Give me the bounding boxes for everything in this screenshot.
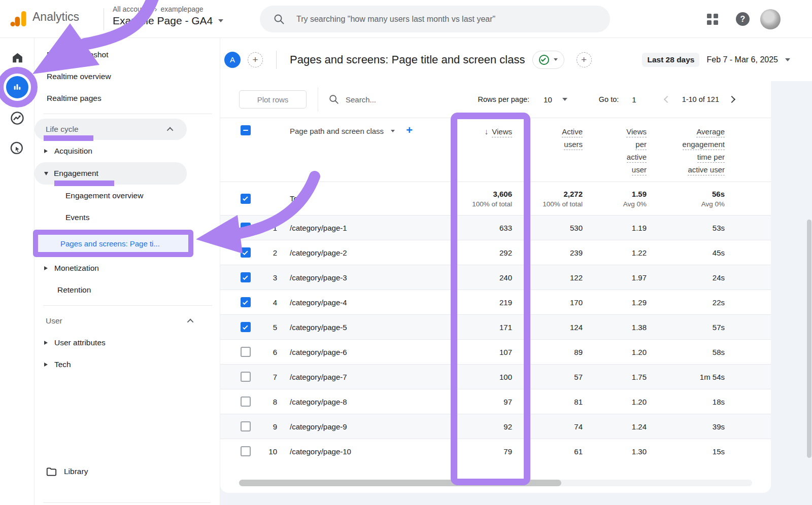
breadcrumb-current[interactable]: examplepage xyxy=(160,5,203,13)
dimension-header-label: Page path and screen class xyxy=(290,127,384,135)
row-index: 2 xyxy=(261,248,281,257)
select-all-checkbox[interactable] xyxy=(241,125,251,135)
views-column-header[interactable]: ↓Views xyxy=(421,125,512,138)
table-toolbar: Plot rows Search... Rows per page: 10 Go… xyxy=(220,81,771,118)
sidebar-section-life-cycle[interactable]: Life cycle xyxy=(35,119,187,140)
property-selector[interactable]: Example Page - GA4 xyxy=(113,15,223,27)
total-row-checkbox[interactable] xyxy=(241,194,251,204)
vertical-scrollbar-thumb[interactable] xyxy=(807,220,811,458)
report-card: Plot rows Search... Rows per page: 10 Go… xyxy=(220,81,771,493)
horizontal-scrollbar[interactable] xyxy=(239,480,752,486)
go-to-input[interactable]: 1 xyxy=(632,95,636,104)
dimension-column-header[interactable]: Page path and screen class + xyxy=(281,126,421,136)
row-checkbox[interactable] xyxy=(241,372,251,382)
chevron-down-icon[interactable] xyxy=(391,130,395,132)
row-page-path: /category/page-8 xyxy=(281,398,421,406)
row-checkbox[interactable] xyxy=(241,223,251,233)
expand-right-icon[interactable] xyxy=(44,266,48,270)
sidebar-item-label: Retention xyxy=(57,285,91,295)
breadcrumb[interactable]: All accounts › examplepage xyxy=(113,5,204,13)
previous-page-icon[interactable] xyxy=(664,96,671,103)
row-checkbox[interactable] xyxy=(241,247,251,258)
sidebar-item-reports-snapshot[interactable]: Reports snapshot xyxy=(35,44,220,65)
expand-down-icon[interactable] xyxy=(44,172,48,175)
row-checkbox[interactable] xyxy=(241,347,251,357)
row-checkbox[interactable] xyxy=(241,272,251,282)
page-title: Pages and screens: Page title and screen… xyxy=(290,53,525,66)
add-workspace-button[interactable]: + xyxy=(248,52,263,67)
explore-icon[interactable] xyxy=(0,111,35,126)
row-page-path: /category/page-5 xyxy=(281,323,421,332)
row-checkbox[interactable] xyxy=(241,297,251,307)
sidebar-item-library[interactable]: Library xyxy=(35,460,220,483)
expand-right-icon[interactable] xyxy=(44,341,48,345)
horizontal-scrollbar-thumb[interactable] xyxy=(239,480,561,486)
breadcrumb-root[interactable]: All accounts xyxy=(113,5,151,13)
advertising-icon[interactable] xyxy=(0,141,35,156)
reports-icon[interactable] xyxy=(6,76,28,98)
report-header: A + Pages and screens: Page title and sc… xyxy=(220,38,812,81)
topbar-divider xyxy=(104,8,104,30)
table-row: 8 /category/page-8 97 81 1.20 18s xyxy=(220,389,771,414)
views-header-label: Views xyxy=(492,127,512,137)
row-checkbox[interactable] xyxy=(241,396,251,407)
row-checkbox[interactable] xyxy=(241,421,251,431)
row-checkbox[interactable] xyxy=(241,322,251,332)
total-views-per-user: 1.59 xyxy=(583,190,647,198)
row-checkbox[interactable] xyxy=(241,446,251,456)
row-index: 9 xyxy=(261,422,281,431)
row-avg-engagement: 24s xyxy=(647,273,725,282)
row-avg-engagement: 39s xyxy=(647,422,725,431)
sidebar-item-realtime-overview[interactable]: Realtime overview xyxy=(35,65,220,87)
ga4-screen: Analytics All accounts › examplepage Exa… xyxy=(0,0,812,505)
chevron-down-icon[interactable] xyxy=(562,98,567,101)
sidebar-item-engagement-overview[interactable]: Engagement overview xyxy=(35,185,220,206)
next-page-icon[interactable] xyxy=(728,96,735,103)
sidebar-item-monetization[interactable]: Monetization xyxy=(35,257,220,279)
sidebar-item-realtime-pages[interactable]: Realtime pages xyxy=(35,87,220,109)
sidebar-item-label: Acquisition xyxy=(54,147,92,156)
plot-rows-button[interactable]: Plot rows xyxy=(239,90,307,109)
property-name[interactable]: Example Page - GA4 xyxy=(113,15,213,27)
sidebar-section-user[interactable]: User xyxy=(35,310,207,332)
total-active-users-sub: 100% of total xyxy=(512,200,583,208)
sidebar-item-retention[interactable]: Retention xyxy=(35,279,220,301)
reports-nav-item[interactable] xyxy=(0,76,35,98)
row-views: 292 xyxy=(421,248,512,257)
active-users-column-header[interactable]: Active users xyxy=(512,125,583,151)
row-avg-engagement: 57s xyxy=(647,323,725,332)
global-search-input[interactable]: Try searching "how many users last month… xyxy=(260,6,610,32)
add-column-icon[interactable]: + xyxy=(406,125,413,136)
sidebar-item-label: Events xyxy=(65,213,89,222)
table-row: 4 /category/page-4 219 170 1.29 22s xyxy=(220,290,771,314)
sidebar-item-tech[interactable]: Tech xyxy=(35,353,220,375)
row-views: 633 xyxy=(421,224,512,232)
expand-right-icon[interactable] xyxy=(44,363,48,367)
sidebar-item-engagement[interactable]: Engagement xyxy=(35,162,187,185)
avg-engagement-column-header[interactable]: Average engagement time per active user xyxy=(647,125,725,176)
help-icon[interactable]: ? xyxy=(736,12,750,26)
home-icon[interactable] xyxy=(0,51,35,65)
total-views: 3,606 xyxy=(421,190,512,198)
analytics-logo-icon[interactable] xyxy=(9,9,28,30)
date-range-picker[interactable]: Last 28 days Feb 7 - Mar 6, 2025 xyxy=(642,53,790,67)
sidebar-item-user-attributes[interactable]: User attributes xyxy=(35,332,220,353)
user-avatar[interactable] xyxy=(760,9,781,29)
add-report-button[interactable]: + xyxy=(577,52,592,67)
rows-per-page-select[interactable]: 10 xyxy=(544,95,552,104)
table-row: 7 /category/page-7 100 57 1.75 1m 54s xyxy=(220,364,771,389)
row-views: 240 xyxy=(421,273,512,282)
workspace-avatar[interactable]: A xyxy=(224,52,241,68)
apps-grid-icon[interactable] xyxy=(707,14,719,25)
sidebar-item-pages-and-screens[interactable]: Pages and screens: Page ti... xyxy=(33,230,193,257)
sidebar: Reports snapshot Realtime overview Realt… xyxy=(35,38,220,505)
report-status-button[interactable] xyxy=(532,51,564,69)
sidebar-item-events[interactable]: Events xyxy=(35,206,220,228)
table-header-row: Page path and screen class + ↓Views Acti… xyxy=(220,118,771,182)
row-active-users: 57 xyxy=(512,373,583,381)
sidebar-item-acquisition[interactable]: Acquisition xyxy=(35,140,220,162)
views-per-user-column-header[interactable]: Views per active user xyxy=(583,125,647,176)
expand-right-icon[interactable] xyxy=(44,149,48,153)
row-active-users: 122 xyxy=(512,273,583,282)
table-search-input[interactable]: Search... xyxy=(346,95,376,104)
